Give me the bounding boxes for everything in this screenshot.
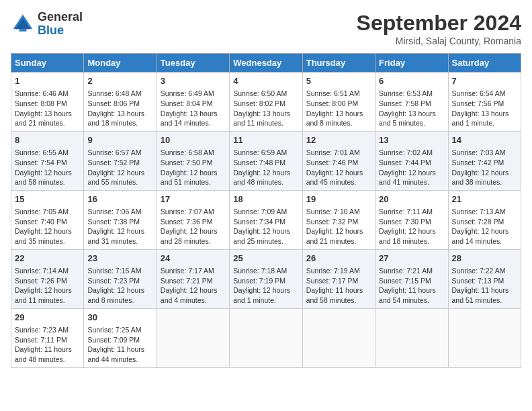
sunrise: Sunrise: 7:22 AM [452, 267, 506, 275]
sunset: Sunset: 7:28 PM [452, 218, 504, 226]
calendar-cell [448, 308, 521, 367]
daylight: Daylight: 12 hours and 1 minute. [233, 286, 290, 304]
sunset: Sunset: 7:19 PM [233, 277, 285, 285]
sunset: Sunset: 7:36 PM [161, 218, 213, 226]
day-number: 15 [15, 193, 80, 205]
sunset: Sunset: 7:48 PM [233, 158, 285, 167]
daylight: Daylight: 11 hours and 48 minutes. [15, 345, 72, 363]
calendar-cell: 24Sunrise: 7:17 AMSunset: 7:21 PMDayligh… [157, 249, 229, 308]
sunset: Sunset: 7:38 PM [87, 218, 140, 226]
calendar-cell: 27Sunrise: 7:21 AMSunset: 7:15 PMDayligh… [375, 249, 448, 308]
day-number: 3 [161, 75, 226, 87]
logo-line2: Blue [38, 24, 83, 38]
sunrise: Sunrise: 6:58 AM [161, 148, 214, 156]
day-number: 28 [452, 253, 517, 265]
sunset: Sunset: 8:00 PM [306, 99, 359, 107]
sunset: Sunset: 8:06 PM [87, 99, 140, 107]
sunrise: Sunrise: 6:48 AM [87, 89, 141, 97]
sunrise: Sunrise: 7:19 AM [306, 267, 360, 275]
calendar-cell: 2Sunrise: 6:48 AMSunset: 8:06 PMDaylight… [84, 73, 157, 132]
calendar-cell: 23Sunrise: 7:15 AMSunset: 7:23 PMDayligh… [84, 249, 157, 308]
day-number: 11 [233, 134, 298, 146]
calendar-cell: 30Sunrise: 7:25 AMSunset: 7:09 PMDayligh… [84, 308, 157, 367]
day-number: 20 [379, 193, 444, 205]
day-number: 22 [15, 253, 80, 265]
day-number: 2 [87, 75, 152, 87]
daylight: Daylight: 11 hours and 51 minutes. [452, 286, 509, 304]
sunrise: Sunrise: 7:02 AM [379, 148, 433, 156]
calendar-row-5: 29Sunrise: 7:23 AMSunset: 7:11 PMDayligh… [11, 308, 521, 367]
sunrise: Sunrise: 6:54 AM [452, 89, 506, 97]
sunset: Sunset: 7:34 PM [233, 218, 285, 226]
calendar-cell: 1Sunrise: 6:46 AMSunset: 8:08 PMDaylight… [11, 73, 84, 132]
calendar-table: SundayMondayTuesdayWednesdayThursdayFrid… [11, 53, 521, 368]
day-number: 6 [379, 75, 444, 87]
header-day-wednesday: Wednesday [230, 54, 302, 73]
daylight: Daylight: 12 hours and 31 minutes. [87, 227, 144, 245]
daylight: Daylight: 12 hours and 51 minutes. [161, 169, 218, 187]
header-day-sunday: Sunday [11, 54, 84, 73]
calendar-row-2: 8Sunrise: 6:55 AMSunset: 7:54 PMDaylight… [11, 131, 521, 190]
day-number: 5 [306, 75, 371, 87]
daylight: Daylight: 13 hours and 14 minutes. [161, 109, 218, 128]
day-number: 12 [306, 134, 371, 146]
sunset: Sunset: 7:30 PM [379, 218, 431, 226]
daylight: Daylight: 12 hours and 28 minutes. [161, 227, 218, 245]
sunset: Sunset: 7:50 PM [161, 158, 213, 167]
sunset: Sunset: 7:54 PM [15, 158, 67, 167]
calendar-cell [157, 308, 229, 367]
calendar-cell: 4Sunrise: 6:50 AMSunset: 8:02 PMDaylight… [230, 73, 302, 132]
day-number: 7 [452, 75, 517, 87]
sunset: Sunset: 7:44 PM [379, 158, 431, 167]
daylight: Daylight: 12 hours and 25 minutes. [233, 227, 290, 245]
day-number: 8 [15, 134, 80, 146]
month-year: September 2024 [357, 11, 521, 36]
sunrise: Sunrise: 7:17 AM [161, 267, 214, 275]
calendar-cell: 25Sunrise: 7:18 AMSunset: 7:19 PMDayligh… [230, 249, 302, 308]
sunset: Sunset: 7:56 PM [452, 99, 504, 107]
sunset: Sunset: 7:26 PM [15, 277, 67, 285]
sunset: Sunset: 7:52 PM [87, 158, 140, 167]
sunrise: Sunrise: 6:53 AM [379, 89, 433, 97]
sunset: Sunset: 7:09 PM [87, 336, 140, 344]
calendar-cell [302, 308, 375, 367]
sunrise: Sunrise: 7:15 AM [87, 267, 141, 275]
sunrise: Sunrise: 7:07 AM [161, 208, 214, 216]
sunrise: Sunrise: 6:50 AM [233, 89, 287, 97]
day-number: 27 [379, 253, 444, 265]
logo: General Blue [11, 11, 83, 38]
calendar-cell: 19Sunrise: 7:10 AMSunset: 7:32 PMDayligh… [302, 190, 375, 249]
daylight: Daylight: 13 hours and 1 minute. [452, 109, 509, 128]
calendar-cell: 7Sunrise: 6:54 AMSunset: 7:56 PMDaylight… [448, 73, 521, 132]
sunset: Sunset: 7:42 PM [452, 158, 504, 167]
sunrise: Sunrise: 7:11 AM [379, 208, 433, 216]
day-number: 30 [87, 312, 152, 324]
daylight: Daylight: 12 hours and 41 minutes. [379, 169, 436, 187]
day-number: 26 [306, 253, 371, 265]
sunrise: Sunrise: 7:03 AM [452, 148, 506, 156]
day-number: 21 [452, 193, 517, 205]
calendar-cell: 13Sunrise: 7:02 AMSunset: 7:44 PMDayligh… [375, 131, 448, 190]
header-day-thursday: Thursday [302, 54, 375, 73]
daylight: Daylight: 12 hours and 58 minutes. [15, 169, 72, 187]
daylight: Daylight: 11 hours and 58 minutes. [306, 286, 363, 304]
calendar-cell: 26Sunrise: 7:19 AMSunset: 7:17 PMDayligh… [302, 249, 375, 308]
calendar-cell [230, 308, 302, 367]
logo-line1: General [38, 11, 83, 24]
sunset: Sunset: 8:08 PM [15, 99, 67, 107]
calendar-cell: 18Sunrise: 7:09 AMSunset: 7:34 PMDayligh… [230, 190, 302, 249]
logo-icon [11, 12, 35, 36]
location: Mirsid, Salaj County, Romania [357, 36, 521, 46]
sunrise: Sunrise: 7:06 AM [87, 208, 141, 216]
sunrise: Sunrise: 6:59 AM [233, 148, 287, 156]
calendar-cell: 22Sunrise: 7:14 AMSunset: 7:26 PMDayligh… [11, 249, 84, 308]
daylight: Daylight: 13 hours and 8 minutes. [306, 109, 363, 128]
calendar-cell: 29Sunrise: 7:23 AMSunset: 7:11 PMDayligh… [11, 308, 84, 367]
calendar-row-1: 1Sunrise: 6:46 AMSunset: 8:08 PMDaylight… [11, 73, 521, 132]
daylight: Daylight: 12 hours and 38 minutes. [452, 169, 509, 187]
day-number: 1 [15, 75, 80, 87]
daylight: Daylight: 12 hours and 21 minutes. [306, 227, 363, 245]
sunrise: Sunrise: 6:57 AM [87, 148, 141, 156]
calendar-cell: 10Sunrise: 6:58 AMSunset: 7:50 PMDayligh… [157, 131, 229, 190]
header-day-monday: Monday [84, 54, 157, 73]
